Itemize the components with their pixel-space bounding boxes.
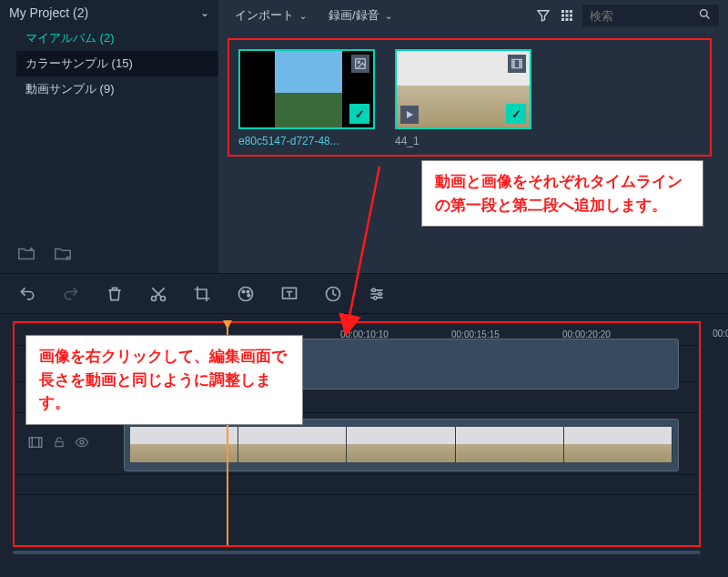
- svg-point-14: [152, 296, 157, 300]
- svg-rect-1: [566, 10, 569, 13]
- color-icon[interactable]: [237, 285, 255, 303]
- play-icon: [400, 106, 419, 124]
- project-title: My Project (2): [9, 5, 88, 20]
- search-icon[interactable]: [698, 7, 712, 24]
- thumb-label: 44_1: [395, 129, 531, 147]
- project-header[interactable]: My Project (2) ⌄: [0, 0, 218, 25]
- grid-view-icon[interactable]: [559, 7, 575, 24]
- remove-folder-icon[interactable]: [53, 244, 73, 264]
- svg-rect-5: [570, 15, 572, 17]
- media-toolbar: インポート⌄ 録画/録音⌄: [218, 0, 728, 31]
- sidebar-item-video[interactable]: 動画サンプル (9): [16, 76, 218, 102]
- timeline-clip-video[interactable]: [124, 419, 679, 471]
- svg-rect-0: [561, 10, 564, 13]
- annotation-callout: 動画と画像をそれぞれタイムラインの第一段と第二段へ追加します。: [421, 160, 703, 227]
- chevron-down-icon: ⌄: [385, 11, 392, 21]
- arrow-annotation-icon: [339, 162, 430, 335]
- svg-point-17: [242, 290, 245, 293]
- video-type-icon: [508, 55, 526, 73]
- chevron-down-icon: ⌄: [200, 6, 209, 19]
- svg-rect-3: [561, 15, 564, 17]
- cut-icon[interactable]: [149, 285, 167, 303]
- svg-point-16: [239, 287, 253, 300]
- sidebar-item-color[interactable]: カラーサンプル (15): [16, 51, 218, 76]
- media-thumb[interactable]: ✓ e80c5147-d727-48...: [238, 49, 375, 146]
- svg-point-31: [80, 440, 84, 444]
- image-type-icon: [351, 55, 369, 73]
- svg-rect-2: [570, 10, 572, 13]
- video-track-icon: [27, 434, 44, 453]
- svg-point-19: [248, 294, 250, 297]
- delete-icon[interactable]: [106, 285, 124, 303]
- record-button[interactable]: 録画/録音⌄: [321, 4, 399, 27]
- svg-rect-30: [56, 441, 63, 446]
- sidebar-item-album[interactable]: マイアルバム (2): [16, 25, 218, 51]
- svg-rect-8: [570, 18, 572, 21]
- visibility-icon[interactable]: [75, 435, 89, 452]
- import-button[interactable]: インポート⌄: [228, 4, 314, 27]
- thumb-label: e80c5147-d727-48...: [238, 129, 375, 147]
- timeline-scrollbar[interactable]: [13, 551, 701, 554]
- timeline-track-empty[interactable]: [15, 494, 699, 538]
- filter-icon[interactable]: [535, 7, 551, 24]
- svg-line-13: [348, 167, 379, 326]
- add-folder-icon[interactable]: [16, 244, 36, 264]
- svg-rect-6: [561, 18, 564, 21]
- svg-rect-7: [566, 18, 569, 21]
- media-gallery: ✓ e80c5147-d727-48... ✓ 44_1: [228, 38, 712, 157]
- svg-point-18: [247, 290, 249, 293]
- lock-icon[interactable]: [53, 436, 66, 451]
- check-icon: ✓: [506, 104, 526, 124]
- check-icon: ✓: [349, 104, 369, 124]
- svg-point-11: [358, 61, 359, 63]
- svg-rect-4: [566, 15, 569, 17]
- crop-icon[interactable]: [193, 285, 211, 303]
- ruler-tick: 00:00:26:01: [713, 329, 728, 339]
- project-sidebar: My Project (2) ⌄ マイアルバム (2) カラーサンプル (15)…: [0, 0, 218, 273]
- annotation-callout: 画像を右クリックして、編集画面で長さを動画と同じように調整します。: [25, 335, 303, 425]
- search-box[interactable]: [582, 5, 719, 26]
- search-input[interactable]: [590, 9, 693, 23]
- media-thumb[interactable]: ✓ 44_1: [395, 49, 531, 146]
- undo-icon[interactable]: [18, 285, 36, 303]
- redo-icon: [62, 285, 80, 303]
- svg-rect-29: [29, 438, 42, 448]
- svg-point-9: [700, 10, 707, 17]
- media-panel: インポート⌄ 録画/録音⌄: [218, 0, 728, 273]
- text-icon[interactable]: [280, 285, 298, 303]
- svg-point-15: [161, 296, 166, 300]
- chevron-down-icon: ⌄: [299, 11, 307, 21]
